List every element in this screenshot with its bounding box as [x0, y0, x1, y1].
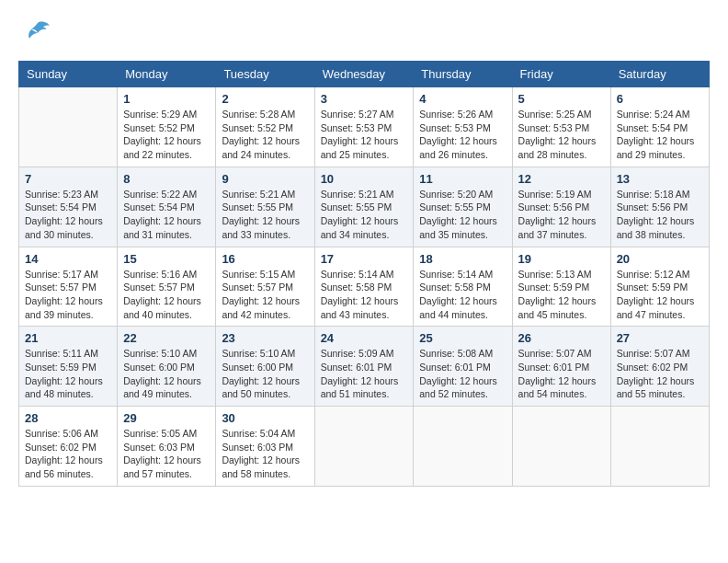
day-info: Sunrise: 5:25 AMSunset: 5:53 PMDaylight:…	[518, 108, 605, 162]
day-number: 7	[25, 172, 111, 186]
calendar-cell: 21Sunrise: 5:11 AMSunset: 5:59 PMDayligh…	[19, 327, 118, 407]
calendar-cell: 24Sunrise: 5:09 AMSunset: 6:01 PMDayligh…	[314, 327, 414, 407]
calendar-cell	[610, 407, 709, 487]
calendar-cell: 23Sunrise: 5:10 AMSunset: 6:00 PMDayligh…	[216, 327, 314, 407]
day-info: Sunrise: 5:21 AMSunset: 5:55 PMDaylight:…	[222, 188, 308, 242]
day-number: 24	[321, 331, 408, 345]
day-number: 22	[123, 331, 210, 345]
day-number: 20	[617, 252, 703, 266]
col-header-friday: Friday	[512, 62, 610, 87]
day-number: 2	[222, 92, 308, 106]
day-number: 13	[617, 172, 703, 186]
day-number: 10	[321, 172, 408, 186]
day-info: Sunrise: 5:12 AMSunset: 5:59 PMDaylight:…	[617, 268, 703, 322]
calendar-row: 7Sunrise: 5:23 AMSunset: 5:54 PMDaylight…	[19, 167, 710, 247]
calendar-cell: 9Sunrise: 5:21 AMSunset: 5:55 PMDaylight…	[216, 167, 314, 247]
col-header-thursday: Thursday	[414, 62, 512, 87]
calendar-cell: 7Sunrise: 5:23 AMSunset: 5:54 PMDaylight…	[19, 167, 118, 247]
calendar-cell: 27Sunrise: 5:07 AMSunset: 6:02 PMDayligh…	[610, 327, 709, 407]
day-number: 3	[321, 92, 408, 106]
calendar-table: SundayMondayTuesdayWednesdayThursdayFrid…	[18, 61, 710, 487]
calendar-cell: 20Sunrise: 5:12 AMSunset: 5:59 PMDayligh…	[610, 247, 709, 327]
logo-bird-icon	[24, 18, 51, 52]
calendar-cell: 30Sunrise: 5:04 AMSunset: 6:03 PMDayligh…	[216, 407, 314, 487]
day-number: 16	[222, 252, 308, 266]
day-number: 29	[123, 411, 210, 425]
day-info: Sunrise: 5:14 AMSunset: 5:58 PMDaylight:…	[419, 268, 506, 322]
calendar-cell: 22Sunrise: 5:10 AMSunset: 6:00 PMDayligh…	[118, 327, 216, 407]
day-number: 23	[222, 331, 308, 345]
day-number: 5	[518, 92, 605, 106]
day-info: Sunrise: 5:07 AMSunset: 6:02 PMDaylight:…	[617, 347, 703, 401]
logo	[18, 18, 51, 52]
day-info: Sunrise: 5:13 AMSunset: 5:59 PMDaylight:…	[518, 268, 605, 322]
calendar-cell: 4Sunrise: 5:26 AMSunset: 5:53 PMDaylight…	[414, 87, 512, 167]
day-info: Sunrise: 5:19 AMSunset: 5:56 PMDaylight:…	[518, 188, 605, 242]
day-number: 30	[222, 411, 308, 425]
day-number: 1	[123, 92, 210, 106]
day-number: 26	[518, 331, 605, 345]
col-header-tuesday: Tuesday	[216, 62, 314, 87]
day-number: 25	[419, 331, 506, 345]
day-info: Sunrise: 5:17 AMSunset: 5:57 PMDaylight:…	[25, 268, 111, 322]
col-header-wednesday: Wednesday	[314, 62, 414, 87]
day-info: Sunrise: 5:04 AMSunset: 6:03 PMDaylight:…	[222, 427, 308, 481]
day-info: Sunrise: 5:14 AMSunset: 5:58 PMDaylight:…	[321, 268, 408, 322]
calendar-cell: 8Sunrise: 5:22 AMSunset: 5:54 PMDaylight…	[118, 167, 216, 247]
header	[18, 18, 710, 52]
day-info: Sunrise: 5:29 AMSunset: 5:52 PMDaylight:…	[123, 108, 210, 162]
calendar-cell: 13Sunrise: 5:18 AMSunset: 5:56 PMDayligh…	[610, 167, 709, 247]
calendar-cell: 28Sunrise: 5:06 AMSunset: 6:02 PMDayligh…	[19, 407, 118, 487]
col-header-sunday: Sunday	[19, 62, 118, 87]
calendar-cell: 16Sunrise: 5:15 AMSunset: 5:57 PMDayligh…	[216, 247, 314, 327]
day-info: Sunrise: 5:15 AMSunset: 5:57 PMDaylight:…	[222, 268, 308, 322]
calendar-cell: 2Sunrise: 5:28 AMSunset: 5:52 PMDaylight…	[216, 87, 314, 167]
day-info: Sunrise: 5:07 AMSunset: 6:01 PMDaylight:…	[518, 347, 605, 401]
calendar-cell: 15Sunrise: 5:16 AMSunset: 5:57 PMDayligh…	[118, 247, 216, 327]
day-number: 17	[321, 252, 408, 266]
calendar-cell: 5Sunrise: 5:25 AMSunset: 5:53 PMDaylight…	[512, 87, 610, 167]
calendar-cell: 29Sunrise: 5:05 AMSunset: 6:03 PMDayligh…	[118, 407, 216, 487]
day-number: 14	[25, 252, 111, 266]
day-info: Sunrise: 5:05 AMSunset: 6:03 PMDaylight:…	[123, 427, 210, 481]
calendar-cell	[512, 407, 610, 487]
day-number: 21	[25, 331, 111, 345]
day-number: 11	[419, 172, 506, 186]
day-info: Sunrise: 5:27 AMSunset: 5:53 PMDaylight:…	[321, 108, 408, 162]
calendar-header-row: SundayMondayTuesdayWednesdayThursdayFrid…	[19, 62, 710, 87]
day-info: Sunrise: 5:09 AMSunset: 6:01 PMDaylight:…	[321, 347, 408, 401]
day-info: Sunrise: 5:20 AMSunset: 5:55 PMDaylight:…	[419, 188, 506, 242]
day-number: 12	[518, 172, 605, 186]
col-header-monday: Monday	[118, 62, 216, 87]
calendar-cell: 12Sunrise: 5:19 AMSunset: 5:56 PMDayligh…	[512, 167, 610, 247]
calendar-cell	[19, 87, 118, 167]
calendar-cell	[414, 407, 512, 487]
day-info: Sunrise: 5:28 AMSunset: 5:52 PMDaylight:…	[222, 108, 308, 162]
calendar-cell: 18Sunrise: 5:14 AMSunset: 5:58 PMDayligh…	[414, 247, 512, 327]
day-number: 4	[419, 92, 506, 106]
day-info: Sunrise: 5:23 AMSunset: 5:54 PMDaylight:…	[25, 188, 111, 242]
day-info: Sunrise: 5:10 AMSunset: 6:00 PMDaylight:…	[123, 347, 210, 401]
day-info: Sunrise: 5:21 AMSunset: 5:55 PMDaylight:…	[321, 188, 408, 242]
day-number: 28	[25, 411, 111, 425]
day-info: Sunrise: 5:24 AMSunset: 5:54 PMDaylight:…	[617, 108, 703, 162]
col-header-saturday: Saturday	[610, 62, 709, 87]
day-info: Sunrise: 5:06 AMSunset: 6:02 PMDaylight:…	[25, 427, 111, 481]
calendar-cell: 19Sunrise: 5:13 AMSunset: 5:59 PMDayligh…	[512, 247, 610, 327]
calendar-cell: 11Sunrise: 5:20 AMSunset: 5:55 PMDayligh…	[414, 167, 512, 247]
day-info: Sunrise: 5:18 AMSunset: 5:56 PMDaylight:…	[617, 188, 703, 242]
calendar-cell: 3Sunrise: 5:27 AMSunset: 5:53 PMDaylight…	[314, 87, 414, 167]
calendar-cell: 10Sunrise: 5:21 AMSunset: 5:55 PMDayligh…	[314, 167, 414, 247]
calendar-row: 1Sunrise: 5:29 AMSunset: 5:52 PMDaylight…	[19, 87, 710, 167]
day-info: Sunrise: 5:22 AMSunset: 5:54 PMDaylight:…	[123, 188, 210, 242]
day-info: Sunrise: 5:26 AMSunset: 5:53 PMDaylight:…	[419, 108, 506, 162]
calendar-cell: 6Sunrise: 5:24 AMSunset: 5:54 PMDaylight…	[610, 87, 709, 167]
day-number: 9	[222, 172, 308, 186]
calendar-cell	[314, 407, 414, 487]
calendar-cell: 1Sunrise: 5:29 AMSunset: 5:52 PMDaylight…	[118, 87, 216, 167]
day-info: Sunrise: 5:11 AMSunset: 5:59 PMDaylight:…	[25, 347, 111, 401]
day-number: 19	[518, 252, 605, 266]
calendar-cell: 26Sunrise: 5:07 AMSunset: 6:01 PMDayligh…	[512, 327, 610, 407]
calendar-row: 21Sunrise: 5:11 AMSunset: 5:59 PMDayligh…	[19, 327, 710, 407]
calendar-row: 28Sunrise: 5:06 AMSunset: 6:02 PMDayligh…	[19, 407, 710, 487]
